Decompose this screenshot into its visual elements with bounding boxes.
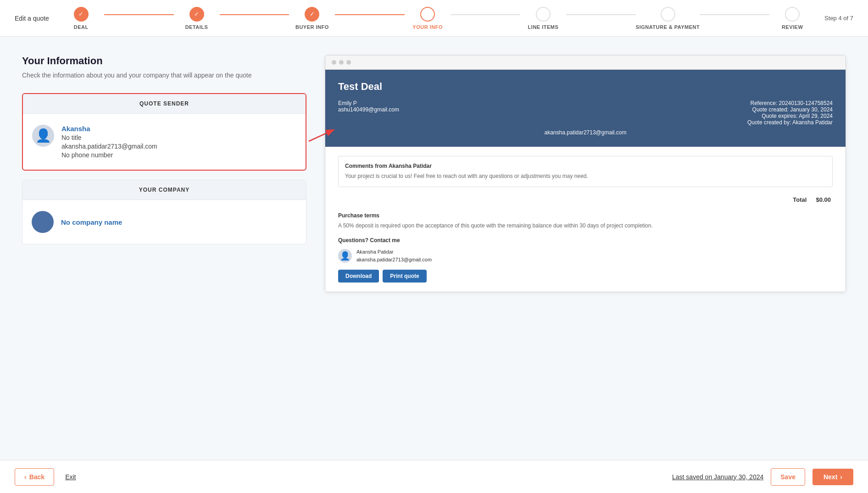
red-arrow-icon xyxy=(304,127,336,144)
dot-2 xyxy=(339,60,344,65)
preview-header: Test Deal Emily P ashu140499@gmail.com R… xyxy=(325,70,846,147)
connector-4 xyxy=(451,14,520,15)
contact-section: Questions? Contact me 👤 Akansha Patidar … xyxy=(338,237,833,263)
step-circle-buyer-info: ✓ xyxy=(305,7,319,22)
preview-dots xyxy=(325,55,846,70)
purchase-terms: Purchase terms A 50% deposit is required… xyxy=(338,212,833,230)
step-label-details: DETAILS xyxy=(185,24,208,30)
dot-1 xyxy=(332,60,336,65)
dot-3 xyxy=(346,60,351,65)
top-bar: Edit a quote ✓ DEAL ✓ DETAILS ✓ BUYER IN… xyxy=(0,0,868,37)
sender-phone: No phone number xyxy=(61,151,157,159)
step-buyer-info[interactable]: ✓ BUYER INFO xyxy=(289,7,335,30)
comments-text: Your project is crucial to us! Feel free… xyxy=(345,172,826,180)
next-button[interactable]: Next › xyxy=(812,469,853,485)
exit-button[interactable]: Exit xyxy=(65,473,76,481)
edit-quote-label: Edit a quote xyxy=(15,15,49,22)
preview-deal-title: Test Deal xyxy=(338,81,833,93)
save-button[interactable]: Save xyxy=(771,468,805,486)
sender-avatar: 👤 xyxy=(32,125,54,147)
step-deal[interactable]: ✓ DEAL xyxy=(58,7,104,30)
total-label: Total xyxy=(793,196,807,203)
sender-name: Akansha xyxy=(61,125,157,133)
step-label-deal: DEAL xyxy=(74,24,89,30)
main-content: Your Information Check the information a… xyxy=(0,37,868,493)
connector-2 xyxy=(220,14,289,15)
sender-info: 👤 Akansha No title akansha.patidar2713@g… xyxy=(32,125,296,159)
preview-buttons: Download Print quote xyxy=(338,270,833,283)
comments-title: Comments from Akansha Patidar xyxy=(345,163,826,169)
right-panel: Test Deal Emily P ashu140499@gmail.com R… xyxy=(325,55,846,447)
contact-row: 👤 Akansha Patidar akansha.patidar2713@gm… xyxy=(338,248,833,263)
progress-steps: ✓ DEAL ✓ DETAILS ✓ BUYER INFO YOUR INFO … xyxy=(49,7,824,30)
bottom-bar: ‹ Back Exit Last saved on January 30, 20… xyxy=(0,460,868,493)
connector-5 xyxy=(566,14,636,15)
your-company-card[interactable]: YOUR COMPANY No company name xyxy=(22,180,306,244)
quote-sender-body: 👤 Akansha No title akansha.patidar2713@g… xyxy=(23,114,306,170)
contact-title: Questions? Contact me xyxy=(338,237,833,244)
contact-email: akansha.patidar2713@gmail.com xyxy=(356,256,432,264)
next-arrow-icon: › xyxy=(840,473,842,481)
step-circle-your-info xyxy=(420,7,435,22)
left-panel: Your Information Check the information a… xyxy=(22,55,306,447)
contact-name: Akansha Patidar xyxy=(356,248,432,256)
your-company-header: YOUR COMPANY xyxy=(22,180,306,200)
step-label-your-info: YOUR INFO xyxy=(412,24,443,30)
your-company-body: No company name xyxy=(22,200,306,244)
step-label-review: REVIEW xyxy=(782,24,803,30)
step-your-info[interactable]: YOUR INFO xyxy=(405,7,451,30)
download-button[interactable]: Download xyxy=(338,270,379,283)
quote-sender-header: QUOTE SENDER xyxy=(23,94,306,114)
company-info: No company name xyxy=(32,211,297,233)
step-circle-sig-payment xyxy=(661,7,675,22)
preview-creator-email: akansha.patidar2713@gmail.com xyxy=(338,129,833,136)
svg-line-1 xyxy=(309,131,331,141)
section-subtitle: Check the information about you and your… xyxy=(22,71,306,80)
next-label: Next xyxy=(823,473,837,481)
preview-window: Test Deal Emily P ashu140499@gmail.com R… xyxy=(325,55,846,292)
company-avatar xyxy=(32,211,54,233)
step-indicator: Step 4 of 7 xyxy=(824,15,853,22)
total-row: Total $0.00 xyxy=(338,196,833,203)
step-details[interactable]: ✓ DETAILS xyxy=(174,7,220,30)
person-icon: 👤 xyxy=(35,129,51,142)
quote-sender-card[interactable]: QUOTE SENDER 👤 Akansha No title akansha.… xyxy=(22,93,306,171)
step-line-items[interactable]: LINE ITEMS xyxy=(520,7,566,30)
step-signature-payment[interactable]: SIGNATURE & PAYMENT xyxy=(636,7,700,30)
bottom-left: ‹ Back Exit xyxy=(15,468,76,486)
contact-details: Akansha Patidar akansha.patidar2713@gmai… xyxy=(356,248,432,263)
step-review[interactable]: REVIEW xyxy=(769,7,815,30)
sender-email: akansha.patidar2713@gmail.com xyxy=(61,143,157,150)
bottom-right: Last saved on January 30, 2024 Save Next… xyxy=(672,468,853,486)
back-chevron-icon: ‹ xyxy=(24,473,27,481)
purchase-terms-text: A 50% deposit is required upon the accep… xyxy=(338,222,833,230)
preview-body: Comments from Akansha Patidar Your proje… xyxy=(325,147,846,292)
connector-1 xyxy=(104,14,174,15)
step-circle-deal: ✓ xyxy=(74,7,89,22)
contact-avatar: 👤 xyxy=(338,249,352,263)
step-label-sig-payment: SIGNATURE & PAYMENT xyxy=(636,24,700,30)
back-button[interactable]: ‹ Back xyxy=(15,468,54,486)
sender-title: No title xyxy=(61,134,157,141)
quote-sender-wrapper: QUOTE SENDER 👤 Akansha No title akansha.… xyxy=(22,93,306,171)
step-circle-details: ✓ xyxy=(189,7,204,22)
preview-sender-name: Emily P ashu140499@gmail.com xyxy=(338,100,581,126)
back-label: Back xyxy=(29,473,45,481)
comments-box: Comments from Akansha Patidar Your proje… xyxy=(338,156,833,187)
preview-header-grid: Emily P ashu140499@gmail.com Reference: … xyxy=(338,100,833,126)
preview-meta: Reference: 20240130-124758524 Quote crea… xyxy=(590,100,833,126)
connector-6 xyxy=(700,14,769,15)
sender-details: Akansha No title akansha.patidar2713@gma… xyxy=(61,125,157,159)
step-circle-review xyxy=(785,7,800,22)
step-circle-line-items xyxy=(536,7,551,22)
last-saved: Last saved on January 30, 2024 xyxy=(672,473,763,481)
section-title: Your Information xyxy=(22,55,306,67)
connector-3 xyxy=(335,14,405,15)
total-value: $0.00 xyxy=(816,196,831,203)
step-label-line-items: LINE ITEMS xyxy=(528,24,559,30)
step-label-buyer-info: BUYER INFO xyxy=(295,24,329,30)
print-quote-button[interactable]: Print quote xyxy=(383,270,426,283)
company-name: No company name xyxy=(61,218,122,226)
purchase-terms-title: Purchase terms xyxy=(338,212,833,219)
